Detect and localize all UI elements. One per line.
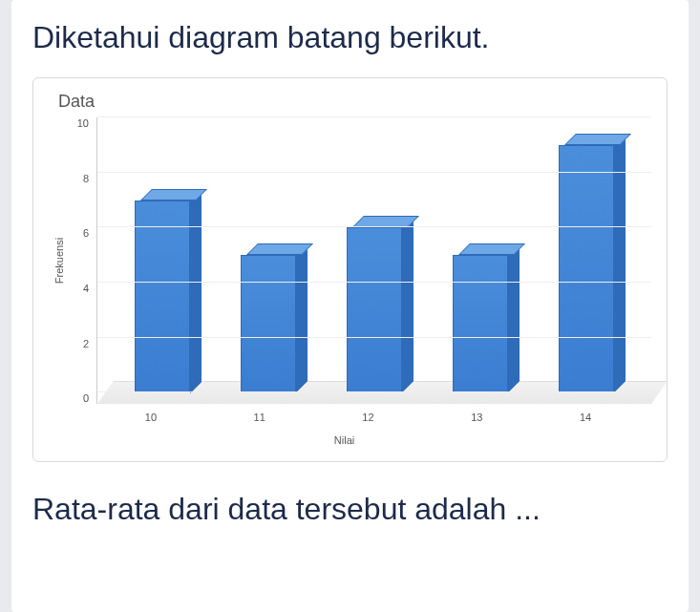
- y-axis-label: Frekuensi: [53, 238, 65, 284]
- bar: [241, 255, 296, 392]
- chart-container: Data Frekuensi 1086420 1011121314 Nilai: [32, 77, 668, 462]
- x-tick: 14: [531, 412, 640, 423]
- chart-title: Data: [58, 92, 651, 112]
- bar-slot: [215, 117, 321, 392]
- bar-slot: [534, 117, 640, 392]
- y-tick: 2: [83, 338, 89, 349]
- bars-container: [97, 117, 651, 392]
- bar: [559, 145, 614, 392]
- bar-front: [559, 145, 614, 392]
- bar-slot: [321, 117, 427, 392]
- grid-line: [97, 337, 651, 338]
- bar-slot: [109, 117, 215, 392]
- chart-area: Frekuensi 1086420: [49, 117, 651, 404]
- y-tick: 8: [83, 173, 89, 184]
- bar-front: [347, 227, 402, 392]
- bar-front: [135, 200, 190, 393]
- x-tick: 12: [314, 412, 423, 423]
- y-tick: 6: [83, 227, 89, 239]
- y-tick: 4: [83, 283, 89, 294]
- x-tick: 11: [205, 412, 314, 423]
- bar-front: [453, 255, 508, 392]
- bar-side: [296, 243, 308, 392]
- grid-line: [97, 391, 651, 392]
- plot: [96, 117, 651, 404]
- grid-line: [97, 116, 651, 117]
- x-tick: 10: [96, 412, 205, 423]
- bar-slot: [428, 117, 534, 392]
- bar: [453, 255, 508, 392]
- prompt-text-before: Diketahui diagram batang berikut.: [32, 17, 668, 58]
- x-axis-wrap: 1011121314 Nilai: [49, 412, 651, 446]
- x-axis-label: Nilai: [49, 434, 640, 446]
- bar-side: [402, 216, 414, 392]
- bar: [347, 227, 402, 392]
- y-axis-ticks: 1086420: [70, 117, 96, 404]
- bar-side: [190, 189, 202, 393]
- x-axis-ticks: 1011121314: [96, 412, 640, 423]
- bar-front: [241, 255, 296, 392]
- plot-area: [96, 117, 651, 404]
- bar-top: [140, 189, 207, 200]
- grid-line: [97, 226, 651, 227]
- bar: [135, 200, 190, 393]
- grid-line: [97, 172, 651, 173]
- grid-line: [97, 282, 651, 283]
- bar-top: [246, 243, 313, 255]
- y-tick: 10: [77, 117, 89, 129]
- y-tick: 0: [83, 392, 89, 404]
- question-card: Diketahui diagram batang berikut. Data F…: [11, 0, 689, 612]
- y-axis-label-wrap: Frekuensi: [49, 117, 70, 404]
- bar-side: [508, 243, 520, 392]
- x-tick: 13: [422, 412, 531, 423]
- prompt-text-after: Rata-rata dari data tersebut adalah ...: [32, 489, 668, 530]
